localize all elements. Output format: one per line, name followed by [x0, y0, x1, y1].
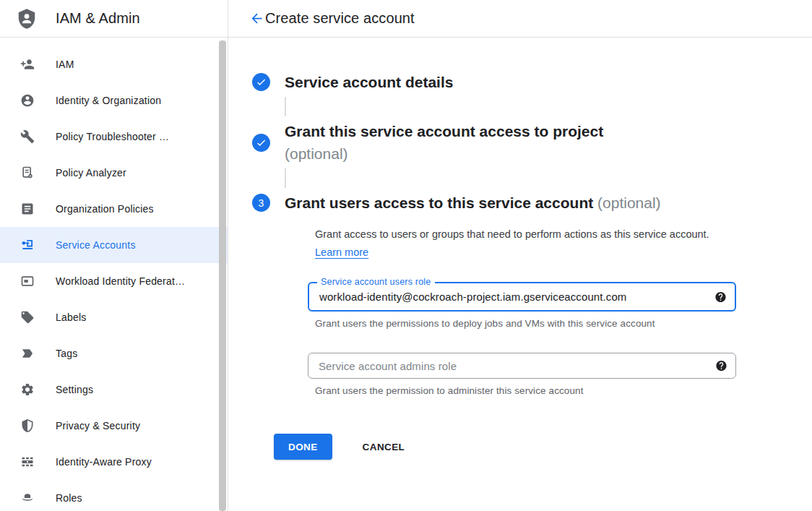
service-account-icon [20, 238, 35, 252]
admins-role-field-group: Grant users the permission to administer… [308, 353, 736, 396]
sidebar-item-identity-aware-proxy[interactable]: Identity-Aware Proxy [0, 444, 228, 480]
check-icon [256, 77, 267, 87]
step-2-optional-label: (optional) [285, 142, 603, 165]
help-icon [715, 360, 727, 372]
sidebar-item-iam[interactable]: IAM [0, 46, 228, 82]
sidebar-header: IAM & Admin [0, 0, 228, 38]
users-role-help-button[interactable] [714, 291, 727, 303]
policy-analyzer-icon [20, 166, 35, 180]
step-1-service-account-details[interactable]: Service account details [252, 71, 812, 93]
sidebar-scrollbar[interactable] [219, 40, 226, 511]
sidebar-item-label: Roles [56, 492, 82, 504]
sidebar-item-label: Policy Troubleshooter … [56, 131, 169, 142]
badge-icon [20, 274, 35, 288]
sidebar-item-policy-troubleshooter[interactable]: Policy Troubleshooter … [0, 119, 228, 155]
users-role-field-group: Service account users role Grant users t… [308, 282, 736, 329]
step-3-grant-users-access: 3 Grant users access to this service acc… [252, 192, 812, 214]
sidebar-nav: IAM Identity & Organization Policy Troub… [0, 38, 228, 511]
step-1-title: Service account details [285, 71, 453, 93]
step-connector [285, 168, 286, 188]
sidebar-item-label: Identity & Organization [56, 95, 161, 106]
sidebar-item-workload-identity-federat[interactable]: Workload Identity Federat… [0, 263, 228, 299]
person-add-icon [20, 57, 35, 72]
shield-half-icon [20, 418, 35, 433]
sidebar-item-label: Tags [56, 348, 77, 359]
sidebar-item-label: Workload Identity Federat… [56, 275, 185, 287]
sidebar-item-policy-analyzer[interactable]: Policy Analyzer [0, 155, 228, 191]
step-2-title: Grant this service account access to pro… [285, 123, 603, 139]
article-icon [20, 202, 35, 216]
sidebar-item-tags[interactable]: Tags [0, 335, 228, 372]
sidebar-item-identity-organization[interactable]: Identity & Organization [0, 82, 228, 119]
users-role-helper-text: Grant users the permissions to deploy jo… [308, 318, 736, 329]
sidebar-item-roles[interactable]: Roles [0, 480, 228, 511]
page-title: Create service account [265, 10, 415, 27]
admins-role-help-button[interactable] [715, 360, 727, 372]
account-circle-icon [20, 93, 35, 108]
step-3-optional-label: (optional) [597, 194, 661, 211]
sidebar-item-label: Service Accounts [56, 239, 136, 251]
step-3-body: Grant access to users or groups that nee… [308, 226, 812, 396]
help-icon [714, 291, 727, 303]
sidebar-title: IAM & Admin [56, 10, 140, 27]
sidebar-item-label: Settings [56, 384, 93, 395]
sidebar-item-label: IAM [56, 59, 74, 70]
create-service-account-form: Service account details Grant this servi… [228, 38, 812, 460]
shield-person-icon [16, 8, 38, 30]
label-icon [20, 310, 35, 325]
sidebar-item-label: Privacy & Security [56, 420, 140, 431]
sidebar-item-label: Policy Analyzer [56, 167, 126, 179]
wrench-icon [20, 129, 35, 144]
form-actions: DONE CANCEL [274, 434, 812, 460]
admins-role-field-box [308, 353, 736, 379]
page-header: Create service account [228, 0, 812, 38]
proxy-icon [20, 455, 35, 469]
tag-icon [20, 346, 35, 361]
step-3-description: Grant access to users or groups that nee… [308, 226, 713, 262]
users-role-field-box: Service account users role [308, 282, 736, 312]
step-2-grant-access-to-project[interactable]: Grant this service account access to pro… [252, 120, 812, 165]
hat-icon [20, 491, 35, 505]
admins-role-helper-text: Grant users the permission to administer… [308, 385, 736, 396]
step-1-complete-icon [252, 73, 270, 91]
step-3-number-badge: 3 [252, 194, 270, 212]
arrow-back-icon [249, 11, 264, 26]
sidebar-item-privacy-security[interactable]: Privacy & Security [0, 408, 228, 444]
sidebar-item-label: Labels [56, 312, 86, 323]
done-button[interactable]: DONE [274, 434, 332, 460]
sidebar-item-label: Organization Policies [56, 203, 154, 215]
check-icon [256, 137, 267, 148]
app-window: IAM & Admin IAM Identity & Organization … [0, 0, 812, 511]
service-account-users-role-input[interactable] [309, 283, 735, 310]
gear-icon [20, 382, 35, 397]
sidebar-item-label: Identity-Aware Proxy [56, 456, 152, 468]
sidebar-item-settings[interactable]: Settings [0, 372, 228, 408]
sidebar-item-labels[interactable]: Labels [0, 299, 228, 335]
sidebar-item-service-accounts[interactable]: Service Accounts [0, 227, 228, 263]
main-panel: Create service account Service account d… [228, 0, 812, 511]
sidebar: IAM & Admin IAM Identity & Organization … [0, 0, 228, 511]
step-2-complete-icon [252, 134, 270, 152]
learn-more-link[interactable]: Learn more [315, 246, 368, 258]
step-3-title: Grant users access to this service accou… [285, 194, 593, 211]
back-button[interactable] [248, 10, 265, 27]
service-account-admins-role-input[interactable] [308, 353, 735, 378]
sidebar-item-organization-policies[interactable]: Organization Policies [0, 191, 228, 227]
cancel-button[interactable]: CANCEL [354, 434, 414, 460]
step-connector [285, 97, 286, 116]
